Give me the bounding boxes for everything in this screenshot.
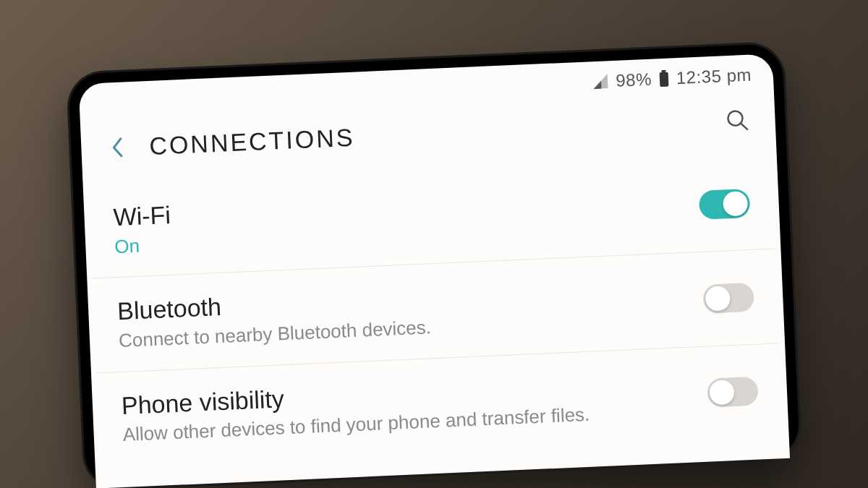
item-text: Bluetooth Connect to nearby Bluetooth de… [116,272,690,353]
wifi-toggle[interactable] [699,188,751,219]
svg-line-3 [741,123,747,129]
battery-icon [658,69,669,87]
status-time: 12:35 pm [676,64,752,88]
phone-frame: 98% 12:35 pm CONNECTIONS [68,43,800,488]
signal-icon [592,74,609,89]
phone-visibility-toggle[interactable] [707,376,759,407]
item-text: Wi-Fi On [113,177,686,258]
phone-screen: 98% 12:35 pm CONNECTIONS [79,53,791,488]
battery-percent: 98% [616,69,652,90]
search-icon [725,107,750,132]
toggle-knob [705,286,731,311]
search-button[interactable] [721,103,754,137]
toggle-knob [709,380,734,405]
svg-point-2 [728,111,743,126]
settings-list: Wi-Fi On Bluetooth Connect to nearby Blu… [83,155,789,466]
page-title: CONNECTIONS [132,106,723,160]
bluetooth-toggle[interactable] [702,282,754,313]
photo-backdrop: 98% 12:35 pm CONNECTIONS [0,0,868,488]
item-text: Phone visibility Allow other devices to … [121,366,694,447]
svg-rect-0 [661,69,665,72]
chevron-left-icon [110,135,125,159]
svg-rect-1 [660,72,669,87]
toggle-knob [723,190,748,215]
back-button[interactable] [103,132,133,163]
